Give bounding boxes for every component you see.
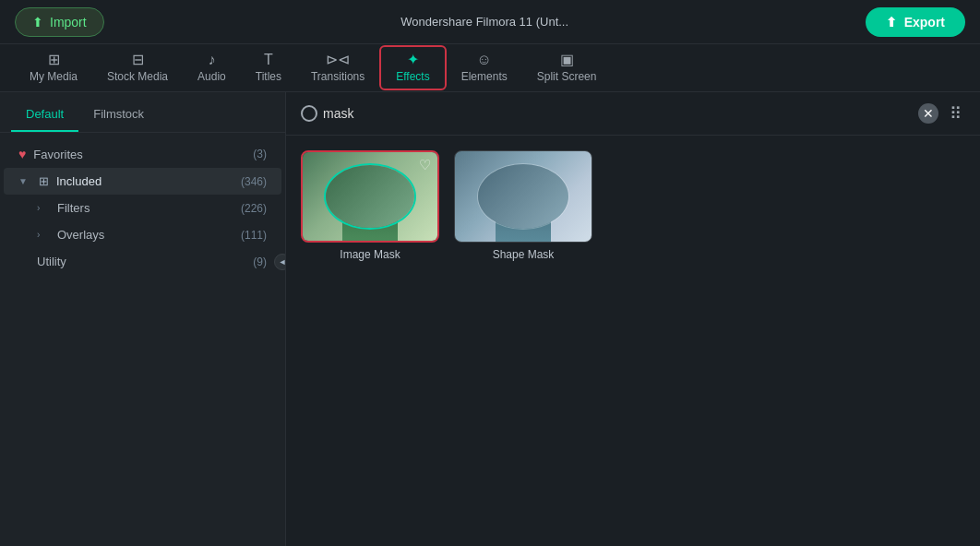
stock-media-icon: ⊟ bbox=[132, 53, 144, 67]
search-input[interactable] bbox=[323, 106, 911, 121]
image-mask-favorite-icon[interactable]: ♡ bbox=[419, 157, 431, 173]
nav-item-transitions[interactable]: ⊳⊲ Transitions bbox=[296, 47, 379, 89]
nav-label-effects: Effects bbox=[396, 70, 429, 83]
included-label: Included bbox=[56, 174, 102, 188]
nav-item-split-screen[interactable]: ▣ Split Screen bbox=[522, 47, 612, 89]
included-count: (346) bbox=[241, 175, 267, 188]
favorites-label: Favorites bbox=[33, 148, 82, 161]
search-input-wrap bbox=[301, 105, 911, 122]
shape-mask-label: Shape Mask bbox=[493, 248, 555, 261]
nav-label-elements: Elements bbox=[461, 70, 508, 83]
effect-thumb-shape-mask bbox=[454, 150, 592, 243]
effect-item-shape-mask[interactable]: Shape Mask bbox=[454, 150, 592, 261]
export-button[interactable]: ⬆ Export bbox=[866, 7, 965, 37]
app-title: Wondershare Filmora 11 (Unt... bbox=[400, 15, 568, 29]
transitions-icon: ⊳⊲ bbox=[326, 53, 350, 67]
content-panel: ✕ ⠿ ♡ Image Mask bbox=[286, 92, 980, 546]
my-media-icon: ⊞ bbox=[48, 53, 60, 67]
main-content: Default Filmstock ♥ Favorites (3) ▼ ⊞ In… bbox=[0, 92, 980, 546]
filters-chevron-right-icon: › bbox=[37, 203, 50, 213]
nav-item-titles[interactable]: T Titles bbox=[241, 47, 296, 89]
export-label: Export bbox=[904, 15, 945, 30]
nav-item-audio[interactable]: ♪ Audio bbox=[183, 47, 241, 89]
included-grid-icon: ⊞ bbox=[39, 174, 49, 188]
nav-label-stock-media: Stock Media bbox=[107, 70, 168, 83]
search-icon bbox=[301, 105, 317, 122]
sidebar-collapse-arrow[interactable]: ◄ bbox=[274, 254, 285, 270]
nav-label-audio: Audio bbox=[197, 70, 226, 83]
import-icon: ⬆ bbox=[32, 15, 43, 30]
elements-icon: ☺ bbox=[477, 53, 492, 67]
top-bar: ⬆ Import Wondershare Filmora 11 (Unt... … bbox=[0, 0, 980, 44]
overlays-label: Overlays bbox=[57, 228, 104, 242]
export-icon: ⬆ bbox=[886, 15, 897, 30]
filters-label: Filters bbox=[57, 201, 90, 215]
nav-label-transitions: Transitions bbox=[311, 70, 365, 83]
effect-item-image-mask[interactable]: ♡ Image Mask bbox=[301, 150, 439, 261]
sidebar-tabs: Default Filmstock bbox=[0, 92, 285, 133]
sidebar-list: ♥ Favorites (3) ▼ ⊞ Included (346) › Fil… bbox=[0, 133, 285, 546]
nav-bar: ⊞ My Media ⊟ Stock Media ♪ Audio T Title… bbox=[0, 44, 980, 92]
nav-label-my-media: My Media bbox=[30, 70, 78, 83]
nav-item-effects[interactable]: ✦ Effects bbox=[379, 45, 446, 90]
search-bar: ✕ ⠿ bbox=[286, 92, 980, 136]
favorites-heart-icon: ♥ bbox=[18, 147, 26, 161]
nav-item-elements[interactable]: ☺ Elements bbox=[447, 47, 522, 89]
effects-grid: ♡ Image Mask Shape Mask bbox=[286, 136, 980, 276]
sidebar-item-filters[interactable]: › Filters (226) bbox=[4, 195, 281, 221]
utility-count: (9) bbox=[253, 255, 267, 268]
split-screen-icon: ▣ bbox=[560, 53, 574, 67]
overlays-count: (111) bbox=[241, 229, 267, 242]
import-button[interactable]: ⬆ Import bbox=[15, 7, 104, 37]
sidebar-item-included[interactable]: ▼ ⊞ Included (346) bbox=[4, 168, 281, 195]
overlays-chevron-right-icon: › bbox=[37, 230, 50, 240]
filters-count: (226) bbox=[241, 202, 267, 215]
effects-icon: ✦ bbox=[407, 53, 419, 67]
grid-view-button[interactable]: ⠿ bbox=[946, 101, 965, 125]
favorites-count: (3) bbox=[253, 148, 267, 160]
nav-item-my-media[interactable]: ⊞ My Media bbox=[15, 47, 92, 89]
sidebar-item-utility[interactable]: Utility (9) ◄ bbox=[4, 248, 281, 275]
clear-search-button[interactable]: ✕ bbox=[918, 103, 938, 124]
included-chevron-down-icon: ▼ bbox=[18, 176, 31, 186]
nav-label-split-screen: Split Screen bbox=[537, 70, 597, 83]
titles-icon: T bbox=[264, 53, 273, 67]
sidebar-item-favorites[interactable]: ♥ Favorites (3) bbox=[4, 140, 281, 168]
import-label: Import bbox=[50, 15, 87, 30]
sidebar: Default Filmstock ♥ Favorites (3) ▼ ⊞ In… bbox=[0, 92, 286, 546]
effect-thumb-image-mask: ♡ bbox=[301, 150, 439, 243]
sidebar-item-overlays[interactable]: › Overlays (111) bbox=[4, 221, 281, 248]
audio-icon: ♪ bbox=[208, 53, 215, 67]
tab-default[interactable]: Default bbox=[11, 101, 78, 132]
image-mask-label: Image Mask bbox=[340, 248, 400, 261]
utility-label: Utility bbox=[37, 255, 66, 268]
nav-item-stock-media[interactable]: ⊟ Stock Media bbox=[92, 47, 183, 89]
tab-filmstock[interactable]: Filmstock bbox=[78, 101, 159, 132]
nav-label-titles: Titles bbox=[256, 70, 281, 83]
